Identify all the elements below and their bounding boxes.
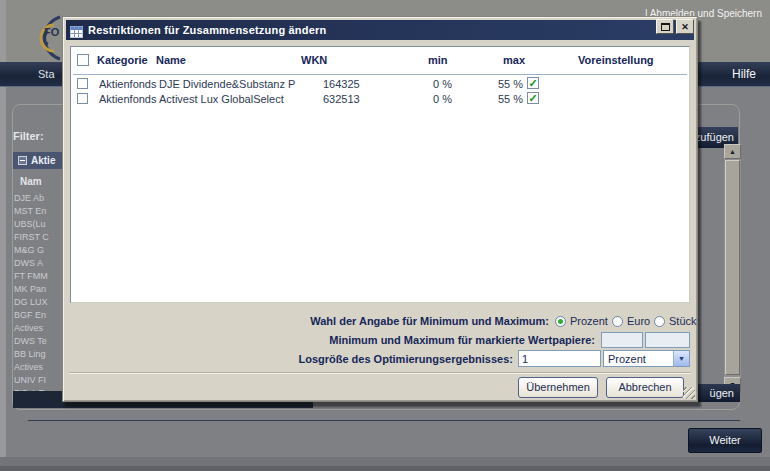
restrictions-dialog: Restriktionen für Zusammensetzung ändern… <box>62 16 698 402</box>
cell-kategorie: Aktienfonds <box>99 78 156 90</box>
col-header-wkn[interactable]: WKN <box>301 54 327 66</box>
cell-kategorie: Aktienfonds <box>99 93 156 105</box>
radio-euro[interactable] <box>612 316 623 327</box>
maximize-icon <box>661 23 670 31</box>
weiter-button[interactable]: Weiter <box>688 428 762 453</box>
radio-stueck[interactable] <box>654 316 665 327</box>
background-scrollbar[interactable]: ▲ ▼ <box>724 144 741 392</box>
filter-label: Filter: <box>13 130 44 142</box>
unit-choice-label: Wahl der Angabe für Minimum und Maximum: <box>123 315 549 327</box>
table-icon <box>70 24 83 36</box>
radio-prozent-label[interactable]: Prozent <box>570 315 608 327</box>
cancel-button[interactable]: Abbrechen <box>606 377 684 398</box>
voreinstellung-checkbox-checked[interactable] <box>527 92 539 104</box>
application-window: FO | Abmelden und Speichern Sta Hilfe Fi… <box>0 0 770 471</box>
cell-max: 55 % <box>498 78 523 90</box>
min-input[interactable] <box>601 332 643 348</box>
lot-input[interactable] <box>518 350 601 367</box>
radio-prozent[interactable] <box>555 316 566 327</box>
col-header-min[interactable]: min <box>428 54 448 66</box>
lot-unit-select[interactable]: Prozent ▼ <box>603 350 690 367</box>
radio-euro-label[interactable]: Euro <box>627 315 650 327</box>
cell-wkn: 632513 <box>323 93 360 105</box>
scroll-up-icon[interactable]: ▲ <box>724 144 741 159</box>
row-checkbox[interactable] <box>77 78 88 89</box>
section-label: Aktie <box>31 155 55 166</box>
max-input[interactable] <box>645 332 690 348</box>
restrictions-table: Kategorie Name WKN min max Voreinstellun… <box>70 46 690 303</box>
button-separator <box>69 372 691 374</box>
cell-name: DJE Dividende&Substanz P <box>159 78 295 90</box>
select-all-checkbox[interactable] <box>77 54 89 66</box>
cell-max: 55 % <box>498 93 523 105</box>
nav-item-partial[interactable]: Sta <box>38 68 55 80</box>
header-separator <box>73 74 687 75</box>
lot-label: Losgröße des Optimierungsergebnisses: <box>123 353 513 365</box>
cell-name: Activest Lux GlobalSelect <box>159 93 284 105</box>
radio-stueck-label[interactable]: Stück <box>669 315 697 327</box>
col-header-max[interactable]: max <box>503 54 525 66</box>
collapse-icon[interactable] <box>18 156 27 165</box>
name-column-header: Nam <box>20 176 42 187</box>
voreinstellung-checkbox-checked[interactable] <box>527 77 539 89</box>
dialog-titlebar[interactable]: Restriktionen für Zusammensetzung ändern <box>66 20 694 40</box>
bottom-strip <box>0 457 770 471</box>
scrollbar-thumb[interactable] <box>725 160 740 375</box>
col-header-kategorie[interactable]: Kategorie <box>97 54 148 66</box>
footer-divider <box>28 420 740 421</box>
chevron-down-icon[interactable]: ▼ <box>673 351 689 366</box>
col-header-voreinstellung[interactable]: Voreinstellung <box>578 54 654 66</box>
close-button[interactable]: ✕ <box>676 19 694 34</box>
apply-button[interactable]: Übernehmen <box>518 377 598 398</box>
logo-text: FO <box>44 26 59 38</box>
resize-grip[interactable] <box>683 387 695 399</box>
minmax-label: Minimum und Maximum für markierte Wertpa… <box>163 334 595 346</box>
cell-min: 0 % <box>433 78 452 90</box>
cell-min: 0 % <box>433 93 452 105</box>
cell-wkn: 164325 <box>323 78 360 90</box>
lot-unit-value: Prozent <box>608 353 646 365</box>
maximize-button[interactable] <box>656 19 674 34</box>
dialog-title: Restriktionen für Zusammensetzung ändern <box>88 24 326 36</box>
col-header-name[interactable]: Name <box>156 54 186 66</box>
row-checkbox[interactable] <box>77 93 88 104</box>
help-button[interactable]: Hilfe <box>732 67 756 81</box>
